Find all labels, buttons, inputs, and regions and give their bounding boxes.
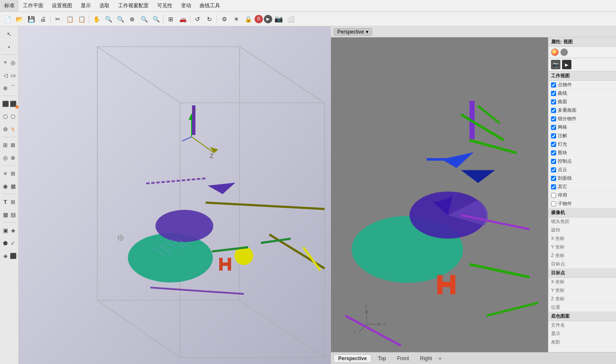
viewport-3d-main[interactable]: Y Z X (331, 37, 548, 352)
tab-perspective[interactable]: Perspective (333, 354, 371, 363)
checkbox-cb7[interactable] (551, 133, 556, 138)
tool-i2[interactable]: ⊞ (9, 167, 17, 179)
tab-top[interactable]: Top (373, 354, 390, 363)
menu-setview[interactable]: 设置视图 (48, 0, 76, 11)
tool-n1[interactable]: ⬟ (2, 237, 9, 249)
toolbar-zoom-out[interactable]: 🔍 (115, 14, 126, 25)
menu-display[interactable]: 显示 (76, 0, 95, 11)
toolbar-zoom-window[interactable]: 🔍 (138, 14, 150, 25)
toolbar-render3[interactable]: 📷 (273, 14, 284, 25)
camera-icon[interactable]: 📷 (551, 60, 560, 69)
checkbox-cb12[interactable] (551, 176, 556, 181)
tool-m1[interactable]: ▣ (2, 224, 9, 236)
tool-dot[interactable]: ● (2, 41, 17, 53)
tab-front[interactable]: Front (393, 354, 414, 363)
tool-i1[interactable]: ≡ (2, 167, 9, 179)
props-panel: 属性: 视图 📷 ▶ 工作视图 点物件曲线曲面多重曲面细分物件网格注解灯光图块控… (548, 37, 616, 352)
checkbox-cb15[interactable] (551, 201, 556, 206)
menu-standard[interactable]: 标准 (0, 0, 19, 11)
film-icon[interactable]: ▶ (562, 60, 571, 69)
props-y: Y 坐标 (548, 243, 616, 251)
tool-d1[interactable]: ⬛ (2, 98, 9, 110)
tool-a1[interactable]: ⌖ (2, 56, 9, 68)
viewport-dropdown-arrow[interactable]: ▾ (366, 29, 368, 35)
menu-transform[interactable]: 变动 (177, 0, 195, 11)
toolbar-cut[interactable]: ✂ (52, 14, 63, 25)
tool-sep3 (2, 137, 17, 137)
tool-k1[interactable]: T (2, 196, 9, 208)
tool-h1[interactable]: ◎ (2, 152, 9, 164)
checkbox-label-cb10: 控制点 (558, 158, 572, 164)
toolbar-display-mode[interactable]: ⬜ (285, 14, 296, 25)
toolbar-new[interactable]: 📄 (2, 14, 13, 25)
tool-k2[interactable]: ⊞ (9, 196, 17, 208)
tool-g2[interactable]: ⊠ (9, 139, 17, 151)
tool-m2[interactable]: ◈ (9, 224, 17, 236)
tool-select-cursor[interactable]: ↖ (2, 28, 17, 40)
toolbar-render2[interactable]: ▶ (264, 15, 272, 23)
tool-j1[interactable]: ◉ (2, 180, 9, 192)
checkbox-cb10[interactable] (551, 159, 556, 164)
tool-e2[interactable]: ⬡ (9, 110, 17, 122)
toolbar-settings[interactable]: ⚙ (219, 14, 230, 25)
menu-curve-tools[interactable]: 曲线工具 (195, 0, 224, 11)
tool-a2[interactable]: ◎ (9, 56, 17, 68)
checkbox-cb8[interactable] (551, 142, 556, 147)
checkbox-cb14[interactable] (551, 193, 556, 198)
tool-b1[interactable]: ◁ (2, 69, 9, 81)
tool-c1[interactable]: ⊕ (2, 82, 9, 94)
menu-workplane[interactable]: 工作平面 (19, 0, 48, 11)
toolbar-undo[interactable]: ↺ (192, 14, 203, 25)
color-swatch-red[interactable] (551, 48, 559, 56)
toolbar-car[interactable]: 🚗 (177, 14, 188, 25)
checkbox-cb3[interactable] (551, 99, 556, 104)
tab-right[interactable]: Right (415, 354, 437, 363)
tool-f2[interactable]: ↯ (9, 123, 17, 135)
checkbox-cb9[interactable] (551, 150, 556, 155)
toolbar-copy[interactable]: 📋 (64, 14, 75, 25)
toolbar-zoom-selected[interactable]: 🔍 (150, 14, 161, 25)
tool-n2[interactable]: ✓ (9, 237, 17, 249)
viewport-3d-svg: Y Z X (331, 37, 548, 352)
menu-visibility[interactable]: 可见性 (153, 0, 177, 11)
toolbar-zoom-in[interactable]: 🔍 (103, 14, 114, 25)
menu-select[interactable]: 选取 (95, 0, 114, 11)
tool-o1[interactable]: ◈ (2, 250, 9, 262)
tool-l2[interactable]: ▤ (9, 209, 17, 220)
tool-b2[interactable]: ▭ (9, 69, 17, 81)
tool-c2[interactable]: ⌒ (9, 82, 17, 94)
viewport-tabs: Perspective Top Front Right + (331, 352, 616, 364)
tool-h2[interactable]: ⊕ (9, 152, 17, 164)
tool-e1[interactable]: ⬡ (2, 110, 9, 122)
toolbar-redo[interactable]: ↻ (204, 14, 215, 25)
checkbox-cb5[interactable] (551, 116, 556, 121)
toolbar-save[interactable]: 💾 (25, 14, 37, 25)
tool-f1[interactable]: ⚙ (2, 123, 9, 135)
checkbox-cb13[interactable] (551, 184, 556, 189)
toolbar-lock[interactable]: 🔒 (243, 14, 254, 25)
tab-add[interactable]: + (438, 355, 442, 362)
checkbox-cb4[interactable] (551, 108, 556, 113)
toolbar-pan[interactable]: ✋ (91, 14, 102, 25)
checkbox-cb11[interactable] (551, 167, 556, 172)
tool-l1[interactable]: ▦ (2, 209, 9, 220)
checkbox-cb2[interactable] (551, 91, 556, 96)
toolbar-render1[interactable]: R (254, 15, 263, 23)
left-viewport[interactable]: Z Y (19, 26, 331, 364)
checkbox-cb1[interactable] (551, 82, 556, 87)
checkbox-label-cb14: 停用 (558, 192, 567, 198)
tool-j2[interactable]: ▦ (9, 180, 17, 192)
toolbar-paste[interactable]: 📋 (76, 14, 87, 25)
checkbox-cb6[interactable] (551, 125, 556, 130)
toolbar-sun[interactable]: ☀ (231, 14, 242, 25)
toolbar-print[interactable]: 🖨 (37, 14, 48, 25)
tool-g1[interactable]: ⊞ (2, 139, 9, 151)
target-y: Y 坐标 (548, 286, 616, 295)
color-swatch-grey[interactable] (560, 48, 568, 56)
menu-viewport-config[interactable]: 工作视窗配置 (114, 0, 153, 11)
tool-o2[interactable]: ⬛ (9, 250, 17, 262)
toolbar-open[interactable]: 📂 (14, 14, 25, 25)
toolbar-grid[interactable]: ⊞ (165, 14, 176, 25)
toolbar-zoom-fit[interactable]: ⊕ (127, 14, 138, 25)
viewport-label-perspective[interactable]: Perspective ▾ (333, 28, 372, 36)
